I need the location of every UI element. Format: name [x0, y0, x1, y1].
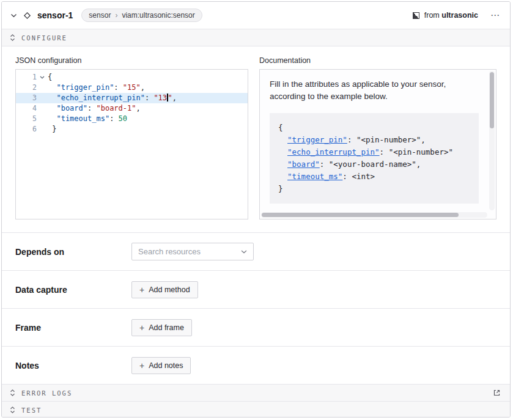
json-config-column: JSON configuration 1 { 2 "trigger_pin": …: [15, 56, 248, 223]
doc-json-value: "<pin-number>": [389, 147, 453, 157]
component-title: sensor-1: [37, 10, 73, 20]
documentation-column: Documentation Fill in the attributes as …: [259, 56, 496, 223]
json-config-label: JSON configuration: [15, 56, 248, 65]
select-placeholder: Search resources: [138, 247, 201, 256]
plus-icon: +: [139, 323, 144, 332]
doc-comma: ,: [421, 135, 426, 144]
editor-line-4[interactable]: 4 "board": "board-1",: [16, 103, 248, 114]
pill-chevron-icon: ›: [115, 11, 117, 20]
editor-line-5[interactable]: 5 "timeout_ms": 50: [16, 114, 248, 124]
add-notes-label: Add notes: [149, 361, 183, 370]
documentation-label: Documentation: [259, 56, 496, 65]
doc-json-key: "echo_interrupt_pin": [287, 147, 380, 157]
collapse-expand-icon: [10, 406, 15, 414]
doc-json-value: <int>: [352, 172, 375, 181]
line-number: 4: [16, 103, 37, 114]
more-menu-button[interactable]: ⋯: [489, 10, 501, 21]
json-key: "echo_interrupt_pin": [56, 94, 145, 102]
error-logs-section-header[interactable]: ERROR LOGS: [2, 384, 510, 401]
editor-line-3-active[interactable]: 3 "echo_interrupt_pin": "13",: [16, 93, 248, 103]
json-open-brace: {: [48, 73, 52, 81]
depends-on-row: Depends on Search resources: [2, 232, 510, 270]
data-capture-row: Data capture + Add method: [2, 270, 510, 308]
documentation-panel: Fill in the attributes as applicable to …: [259, 69, 496, 219]
depends-on-select[interactable]: Search resources: [131, 243, 254, 260]
collapse-card-button[interactable]: [9, 12, 18, 19]
json-key: "timeout_ms": [56, 114, 109, 123]
component-type-pill: sensor › viam:ultrasonic:sensor: [81, 9, 202, 22]
doc-horizontal-scrollbar-thumb[interactable]: [262, 213, 459, 217]
doc-json-value: "<pin-number>": [356, 135, 421, 144]
doc-close-brace: }: [278, 184, 283, 193]
doc-colon: :: [380, 147, 389, 157]
editor-line-6[interactable]: 6 }: [16, 124, 248, 134]
test-section-header[interactable]: TEST: [2, 401, 510, 418]
add-method-button[interactable]: + Add method: [131, 281, 198, 298]
fold-chevron-icon[interactable]: [40, 76, 45, 79]
module-name: ultrasonic: [441, 11, 478, 20]
json-value: "board-1": [96, 104, 136, 112]
doc-vertical-scrollbar-thumb[interactable]: [490, 72, 494, 128]
pill-type-label: sensor: [89, 11, 111, 20]
json-value: "13: [153, 94, 167, 102]
editor-line-1[interactable]: 1 {: [16, 72, 248, 83]
collapse-expand-icon: [10, 34, 15, 42]
doc-colon: :: [320, 160, 329, 169]
sensor-config-card: sensor-1 sensor › viam:ultrasonic:sensor…: [1, 1, 511, 418]
add-frame-button[interactable]: + Add frame: [131, 319, 192, 336]
json-editor[interactable]: 1 { 2 "trigger_pin": "15", 3: [15, 69, 248, 219]
pill-model-label: viam:ultrasonic:sensor: [122, 11, 194, 20]
json-comma: ,: [172, 94, 177, 102]
doc-open-brace: {: [278, 123, 283, 132]
plus-icon: +: [139, 286, 144, 294]
json-comma: ,: [136, 104, 141, 112]
doc-horizontal-scrollbar[interactable]: [261, 212, 487, 218]
frame-label: Frame: [15, 323, 131, 333]
external-link-icon: [493, 389, 501, 397]
doc-intro-text: Fill in the attributes as applicable to …: [270, 78, 479, 103]
add-method-label: Add method: [149, 286, 190, 294]
configure-label: CONFIGURE: [21, 34, 67, 42]
json-key: "trigger_pin": [56, 83, 114, 92]
doc-vertical-scrollbar[interactable]: [489, 71, 495, 210]
notes-row: Notes + Add notes: [2, 346, 510, 384]
line-number: 6: [16, 124, 37, 134]
doc-json-value: "<your-board-name>": [329, 160, 416, 169]
json-value-quote: ": [168, 94, 172, 102]
json-number: 50: [119, 114, 127, 123]
json-key: "board": [56, 104, 87, 112]
configure-body: JSON configuration 1 { 2 "trigger_pin": …: [2, 46, 510, 232]
chevron-down-icon: [10, 13, 17, 18]
module-icon: [413, 12, 419, 19]
doc-json-key: "timeout_ms": [287, 172, 342, 181]
test-label: TEST: [21, 407, 42, 414]
notes-label: Notes: [15, 361, 131, 370]
json-comma: ,: [141, 83, 145, 92]
plus-icon: +: [139, 361, 144, 370]
line-number: 5: [16, 114, 37, 124]
json-value: "15": [123, 83, 141, 92]
json-colon: :: [114, 83, 122, 92]
add-notes-button[interactable]: + Add notes: [131, 357, 191, 374]
open-logs-external-button[interactable]: [492, 388, 502, 398]
doc-code-example: { "trigger_pin": "<pin-number>", "echo_i…: [270, 113, 479, 204]
line-number: 1: [16, 72, 37, 83]
data-capture-label: Data capture: [15, 285, 131, 295]
line-number: 2: [16, 83, 37, 93]
json-colon: :: [109, 114, 118, 123]
json-colon: :: [145, 94, 153, 102]
component-header: sensor-1 sensor › viam:ultrasonic:sensor…: [2, 2, 510, 29]
doc-json-key: "trigger_pin": [287, 135, 347, 144]
from-label: from: [424, 11, 441, 20]
json-colon: :: [87, 104, 96, 112]
doc-colon: :: [342, 172, 352, 181]
chevron-down-icon: [241, 250, 247, 254]
configure-section-header[interactable]: CONFIGURE: [2, 29, 510, 46]
line-number: 3: [16, 93, 37, 103]
depends-on-label: Depends on: [15, 247, 131, 257]
editor-line-2[interactable]: 2 "trigger_pin": "15",: [16, 83, 248, 93]
module-source-text: from ultrasonic: [424, 11, 478, 20]
frame-row: Frame + Add frame: [2, 308, 510, 346]
collapse-expand-icon: [10, 389, 15, 397]
sensor-component-icon: [23, 12, 31, 20]
